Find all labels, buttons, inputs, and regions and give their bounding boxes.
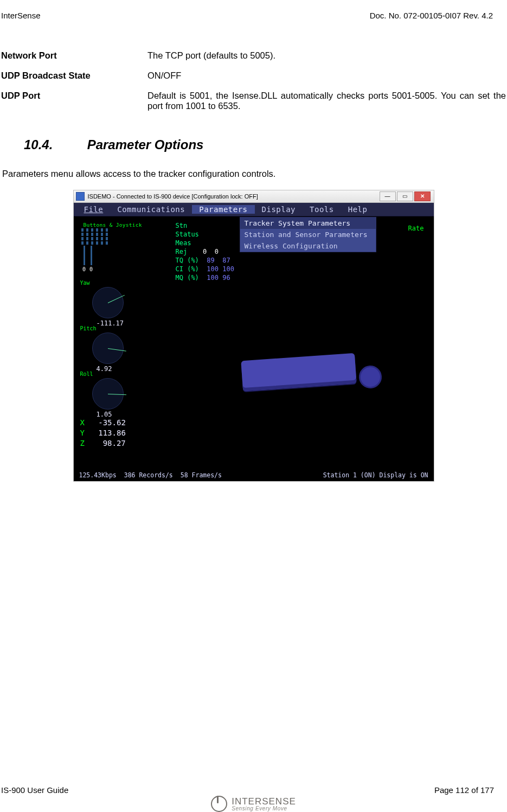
header-right: Doc. No. 072-00105-0I07 Rev. 4.2 <box>370 11 493 20</box>
rate-label: Rate <box>408 225 424 232</box>
term-udp-port: UDP Port <box>1 91 147 111</box>
status-kbps: 125.43Kbps <box>79 471 117 479</box>
section-number: 10.4. <box>24 137 84 152</box>
menubar: File Communications Parameters Display T… <box>74 203 434 216</box>
menu-communications[interactable]: Communications <box>110 205 192 214</box>
app-client-area: File Communications Parameters Display T… <box>74 203 434 481</box>
tracker-icon <box>241 353 356 392</box>
section-title: Parameter Options <box>87 137 204 152</box>
header-left: InterSense <box>0 11 41 20</box>
buttons-joystick-panel: 0 0 <box>81 228 108 272</box>
buttons-joystick-title: Buttons & Joystick <box>84 222 142 228</box>
menu-file[interactable]: File <box>77 205 111 214</box>
gauge-roll: Roll 1.05 <box>80 371 124 418</box>
desc-udp-port: Default is 5001, the Isense.DLL automati… <box>147 91 506 111</box>
logo-title: INTERSENSE <box>232 797 296 806</box>
footer-left: IS-900 User Guide <box>1 785 68 795</box>
device-3d-view[interactable] <box>236 344 383 409</box>
minimize-button[interactable]: — <box>380 191 396 201</box>
statusbar: 125.43Kbps 386 Records/s 58 Frames/s Sta… <box>74 469 434 481</box>
intersense-logo-icon <box>211 796 227 812</box>
menu-tools[interactable]: Tools <box>303 205 341 214</box>
close-button[interactable]: ✕ <box>414 191 431 201</box>
window-title: ISDEMO - Connected to IS-900 device [Con… <box>88 193 258 200</box>
footer-logo: INTERSENSE Sensing Every Move <box>0 796 507 812</box>
roll-value: 1.05 <box>97 411 124 418</box>
parameters-dropdown: Tracker System Parameters Station and Se… <box>240 217 377 252</box>
window-titlebar[interactable]: ISDEMO - Connected to IS-900 device [Con… <box>74 190 434 203</box>
footer-right: Page 112 of 177 <box>434 785 494 795</box>
screenshot-window: ISDEMO - Connected to IS-900 device [Con… <box>73 190 434 482</box>
app-icon <box>76 192 85 201</box>
page-header: InterSense Doc. No. 072-00105-0I07 Rev. … <box>0 11 507 20</box>
joystick-axis-0: 0 <box>81 246 87 272</box>
maximize-button[interactable]: ▭ <box>397 191 413 201</box>
menu-help[interactable]: Help <box>341 205 375 214</box>
status-station: Station 1 (ON) Display is ON <box>323 471 428 479</box>
term-network-port: Network Port <box>1 50 147 61</box>
desc-udp-broadcast: ON/OFF <box>147 71 506 81</box>
menu-display[interactable]: Display <box>255 205 303 214</box>
gauge-pitch: Pitch 4.92 <box>80 325 124 373</box>
status-records: 386 Records/s <box>124 471 173 479</box>
gauge-yaw: Yaw -111.17 <box>80 280 124 327</box>
dial-icon <box>92 378 124 410</box>
page-footer: IS-900 User Guide Page 112 of 177 <box>0 785 507 795</box>
status-fps: 58 Frames/s <box>181 471 222 479</box>
menu-parameters[interactable]: Parameters <box>192 205 254 214</box>
joystick-axis-1: 0 <box>88 246 94 272</box>
dial-icon <box>92 333 124 364</box>
section-intro: Parameters menu allows access to the tra… <box>2 169 505 179</box>
xyz-readout: X -35.62 Y 113.86 Z 98.27 <box>80 418 126 449</box>
term-udp-broadcast: UDP Broadcast State <box>1 71 147 81</box>
tracker-lens-icon <box>358 365 382 389</box>
data-table: Stn Status Meas Rej 0 0 TQ (%) 89 87 CI … <box>176 221 234 282</box>
dial-icon <box>92 287 124 318</box>
desc-network-port: The TCP port (defaults to 5005). <box>147 50 506 61</box>
dd-station-sensor-parameters[interactable]: Station and Sensor Parameters <box>240 229 376 240</box>
dd-tracker-system-parameters[interactable]: Tracker System Parameters <box>240 218 376 229</box>
dd-wireless-configuration[interactable]: Wireless Configuration <box>240 240 376 252</box>
logo-subtitle: Sensing Every Move <box>232 806 296 811</box>
section-heading: 10.4. Parameter Options <box>24 137 506 152</box>
